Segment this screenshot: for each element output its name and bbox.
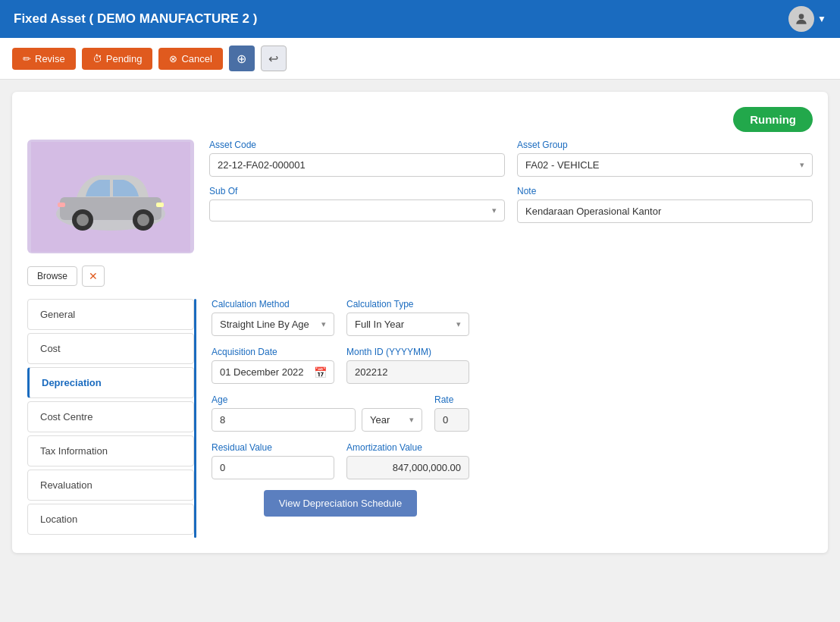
calc-method-select[interactable]: Straight Line By Age ▾ — [212, 313, 334, 336]
acquisition-date-group: Acquisition Date 📅 — [212, 347, 334, 384]
month-id-label: Month ID (YYYYMM) — [346, 347, 469, 357]
sidebar-item-cost-centre[interactable]: Cost Centre — [27, 401, 194, 432]
residual-value-group: Residual Value 0 — [212, 442, 334, 479]
asset-code-row: Asset Code 22-12-FA02-000001 Asset Group… — [209, 140, 813, 177]
car-image-svg — [31, 142, 190, 252]
asset-section: Browse ✕ Asset Code 22-12-FA02-000001 As… — [27, 140, 813, 287]
asset-code-label: Asset Code — [209, 140, 505, 150]
note-group: Note Kendaraan Operasional Kantor — [517, 186, 813, 223]
age-input[interactable] — [212, 408, 356, 432]
asset-fields: Asset Code 22-12-FA02-000001 Asset Group… — [209, 140, 813, 287]
rate-label: Rate — [434, 394, 469, 405]
pending-icon: ⏱ — [92, 53, 102, 64]
sub-of-arrow: ▾ — [492, 206, 497, 215]
browse-row: Browse ✕ — [27, 265, 105, 287]
rate-input: 0 — [434, 408, 469, 432]
sidebar-item-location[interactable]: Location — [27, 504, 194, 535]
sub-of-group: Sub Of ▾ — [209, 186, 505, 223]
app-header: Fixed Asset ( DEMO MANUFACTURE 2 ) ▼ — [0, 0, 840, 38]
app-title: Fixed Asset ( DEMO MANUFACTURE 2 ) — [14, 11, 257, 27]
main-content: Running — [0, 80, 840, 565]
sidebar-item-general[interactable]: General — [27, 299, 194, 330]
note-input[interactable]: Kendaraan Operasional Kantor — [517, 199, 813, 223]
asset-code-input[interactable]: 22-12-FA02-000001 — [209, 153, 505, 177]
amortization-value-group: Amortization Value 847,000,000.00 — [346, 442, 469, 479]
sidebar-item-tax-information[interactable]: Tax Information — [27, 435, 194, 466]
residual-value-label: Residual Value — [212, 442, 334, 453]
calendar-icon[interactable]: 📅 — [314, 366, 327, 379]
svg-rect-9 — [58, 203, 65, 207]
residual-value-input[interactable]: 0 — [212, 456, 334, 479]
user-menu[interactable]: ▼ — [788, 6, 826, 32]
user-menu-caret: ▼ — [817, 14, 826, 24]
note-label: Note — [517, 186, 813, 196]
calc-type-select[interactable]: Full In Year ▾ — [346, 313, 469, 336]
status-badge: Running — [733, 107, 813, 132]
calc-type-arrow: ▾ — [456, 319, 461, 329]
clear-image-button[interactable]: ✕ — [82, 265, 105, 287]
svg-rect-8 — [156, 203, 164, 207]
asset-code-group: Asset Code 22-12-FA02-000001 — [209, 140, 505, 177]
acquisition-date-label: Acquisition Date — [212, 347, 334, 357]
age-unit-select[interactable]: Year ▾ — [362, 408, 422, 432]
sidebar-item-depreciation[interactable]: Depreciation — [27, 367, 194, 398]
card-top: Running — [27, 107, 813, 132]
calc-type-group: Calculation Type Full In Year ▾ — [346, 299, 469, 336]
amortization-value-label: Amortization Value — [346, 442, 469, 453]
sidebar-item-cost[interactable]: Cost — [27, 333, 194, 364]
view-schedule-row: View Depreciation Schedule — [212, 490, 469, 517]
residual-amort-row: Residual Value 0 Amortization Value 847,… — [212, 442, 469, 479]
view-depreciation-schedule-button[interactable]: View Depreciation Schedule — [264, 490, 417, 517]
add-icon: ⊕ — [237, 52, 246, 66]
sub-of-label: Sub Of — [209, 186, 505, 196]
asset-card: Running — [12, 92, 828, 553]
cancel-icon: ⊗ — [169, 53, 177, 64]
depreciation-panel: Calculation Method Straight Line By Age … — [196, 299, 469, 538]
amortization-value-input: 847,000,000.00 — [346, 456, 469, 479]
revise-button[interactable]: ✏ Revise — [12, 48, 76, 70]
age-rate-row: Age Year ▾ Rate 0 — [212, 394, 469, 432]
asset-group-select[interactable]: FA02 - VEHICLE ▾ — [517, 153, 813, 177]
age-group: Age Year ▾ — [212, 394, 422, 432]
asset-image — [27, 140, 194, 253]
age-unit-arrow: ▾ — [409, 415, 414, 425]
pending-button[interactable]: ⏱ Pending — [82, 48, 153, 70]
age-label: Age — [212, 394, 422, 405]
cancel-button[interactable]: ⊗ Cancel — [158, 48, 222, 70]
content-with-divider: Calculation Method Straight Line By Age … — [194, 299, 469, 538]
date-row: Acquisition Date 📅 Month ID (YYYYMM) 202… — [212, 347, 469, 384]
svg-point-7 — [137, 214, 149, 226]
calc-method-label: Calculation Method — [212, 299, 334, 309]
sub-note-row: Sub Of ▾ Note Kendaraan Operasional Kant… — [209, 186, 813, 223]
user-avatar[interactable] — [788, 6, 814, 32]
asset-group-label: Asset Group — [517, 140, 813, 150]
add-button[interactable]: ⊕ — [229, 46, 255, 71]
back-button[interactable]: ↩ — [261, 46, 287, 71]
svg-point-5 — [77, 214, 89, 226]
rate-group: Rate 0 — [434, 394, 469, 432]
month-id-group: Month ID (YYYYMM) 202212 — [346, 347, 469, 384]
toolbar: ✏ Revise ⏱ Pending ⊗ Cancel ⊕ ↩ — [0, 38, 840, 80]
asset-group-arrow: ▾ — [800, 160, 804, 170]
calc-method-group: Calculation Method Straight Line By Age … — [212, 299, 334, 336]
sub-of-select[interactable]: ▾ — [209, 199, 505, 221]
svg-point-0 — [799, 14, 804, 19]
age-input-row: Year ▾ — [212, 408, 422, 432]
calc-type-label: Calculation Type — [346, 299, 469, 309]
browse-button[interactable]: Browse — [27, 266, 77, 286]
back-icon: ↩ — [268, 52, 278, 66]
bottom-section: General Cost Depreciation Cost Centre Ta… — [27, 299, 813, 538]
month-id-input: 202212 — [346, 360, 469, 384]
asset-group-group: Asset Group FA02 - VEHICLE ▾ — [517, 140, 813, 177]
calc-row: Calculation Method Straight Line By Age … — [212, 299, 469, 336]
calc-method-arrow: ▾ — [321, 319, 326, 329]
sidebar-item-revaluation[interactable]: Revaluation — [27, 470, 194, 501]
revise-icon: ✏ — [23, 53, 31, 64]
sidebar: General Cost Depreciation Cost Centre Ta… — [27, 299, 194, 538]
